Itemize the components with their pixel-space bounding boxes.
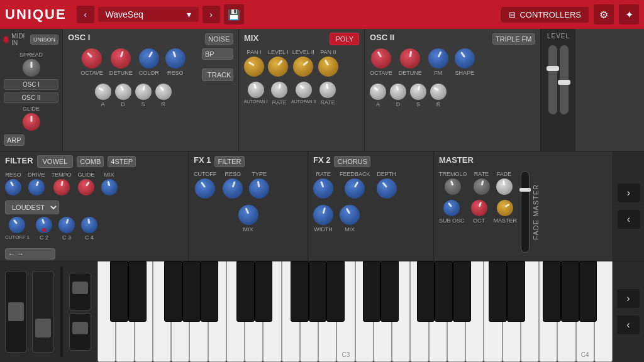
osc2-shape-knob[interactable]: [455, 48, 475, 69]
filter-reso-knob[interactable]: [5, 179, 21, 195]
poly-button1[interactable]: POLY: [330, 33, 359, 45]
osc2-fm-knob[interactable]: [428, 48, 448, 69]
osc1-d-knob[interactable]: [115, 84, 131, 100]
glide-knob[interactable]: [23, 113, 40, 131]
black-key-18[interactable]: [543, 261, 561, 322]
osc2-select-button[interactable]: OSC II: [4, 92, 58, 103]
master-rate-knob[interactable]: [474, 178, 490, 195]
extra-wheel-2[interactable]: [69, 313, 91, 351]
master-fade-knob[interactable]: [496, 178, 513, 195]
preset-dropdown[interactable]: WaveSeq ▾: [98, 7, 199, 22]
fx2-width-knob[interactable]: [313, 205, 333, 225]
c4-knob[interactable]: [81, 217, 97, 233]
osc1-detune-knob[interactable]: [111, 48, 131, 69]
side-arrow-up-button[interactable]: ›: [618, 184, 640, 202]
master-subosc-knob[interactable]: [443, 200, 460, 216]
fade-master-slider[interactable]: [521, 171, 530, 253]
white-key-28[interactable]: [594, 261, 613, 362]
nav-prev-button[interactable]: ‹: [77, 6, 94, 23]
fx1-mode-select[interactable]: FILTER: [214, 156, 245, 167]
black-key-6[interactable]: [236, 261, 255, 322]
black-key-9[interactable]: [309, 261, 327, 322]
vowel-button[interactable]: VOWEL: [37, 155, 74, 168]
osc2-r-knob[interactable]: [430, 84, 447, 100]
black-key-14[interactable]: [435, 261, 453, 322]
osc2-mode-select[interactable]: TRIPLE FM: [492, 33, 535, 45]
black-key-15[interactable]: [453, 261, 471, 322]
osc2-d-knob[interactable]: [390, 84, 406, 100]
unison-button[interactable]: UNISON: [30, 35, 58, 45]
osc1-filter-select[interactable]: BP: [202, 48, 233, 60]
track-button[interactable]: TRACK: [202, 69, 233, 81]
black-key-20[interactable]: [579, 261, 597, 322]
filter-tempo-knob[interactable]: [53, 179, 70, 195]
keyboard-arrow-down-button[interactable]: ‹: [617, 315, 640, 334]
pitch-wheel[interactable]: [5, 271, 27, 353]
mod-wheel[interactable]: [32, 271, 54, 353]
black-key-11[interactable]: [363, 261, 381, 322]
black-key-17[interactable]: [507, 261, 525, 322]
filter-drive-knob[interactable]: [28, 179, 45, 195]
black-key-3[interactable]: [164, 261, 182, 322]
nav-next-button[interactable]: ›: [203, 6, 220, 23]
comb-select[interactable]: COMB: [77, 156, 104, 167]
black-key-19[interactable]: [561, 261, 579, 322]
black-key-2[interactable]: [128, 261, 147, 322]
c3-knob[interactable]: [58, 217, 75, 233]
extra-wheel-1[interactable]: [69, 273, 91, 310]
black-key-13[interactable]: [417, 261, 435, 322]
fx1-mix-knob[interactable]: [238, 205, 258, 225]
fx2-rate-knob[interactable]: [313, 178, 333, 199]
mix-pan2-knob[interactable]: [318, 57, 338, 77]
compass-button[interactable]: ✦: [619, 4, 639, 25]
arp-select[interactable]: ARP: [4, 134, 25, 146]
controllers-button[interactable]: ⊟ CONTROLLERS: [501, 7, 589, 23]
mix-autopan2-knob[interactable]: [296, 82, 312, 98]
mix-level1-knob[interactable]: [268, 57, 288, 77]
fx1-type-knob[interactable]: [249, 178, 269, 199]
mix-pan1-knob[interactable]: [244, 57, 264, 77]
osc1-color-knob[interactable]: [139, 48, 159, 69]
master-master-knob[interactable]: [497, 200, 513, 216]
filter-glide-knob[interactable]: [78, 179, 94, 195]
black-key-8[interactable]: [291, 261, 309, 322]
black-key-4[interactable]: [182, 261, 201, 322]
osc2-a-knob[interactable]: [370, 84, 386, 100]
osc1-reso-knob[interactable]: [165, 48, 186, 69]
keyboard-arrow-up-button[interactable]: ›: [617, 289, 640, 308]
fx2-feedback-knob[interactable]: [345, 178, 365, 199]
step-select[interactable]: 4STEP: [108, 156, 136, 167]
mix-autopan1-knob[interactable]: [248, 82, 264, 98]
master-oct-knob[interactable]: [471, 200, 487, 216]
osc2-octave-knob[interactable]: [371, 48, 391, 69]
osc1-r-knob[interactable]: [155, 84, 172, 100]
level-slider-1[interactable]: [548, 45, 557, 114]
mix-rate1-knob[interactable]: [271, 82, 287, 98]
fx2-mode-select[interactable]: CHORUS: [334, 156, 370, 167]
osc2-s-knob[interactable]: [410, 84, 426, 100]
black-key-7[interactable]: [255, 261, 273, 322]
mix-rate2-knob[interactable]: [319, 82, 336, 98]
level-slider-2[interactable]: [560, 45, 569, 114]
save-button[interactable]: 💾: [224, 4, 244, 25]
osc1-octave-knob[interactable]: [82, 48, 102, 69]
master-tremolo-knob[interactable]: [445, 178, 461, 195]
osc1-a-knob[interactable]: [95, 84, 111, 100]
spread-knob[interactable]: [23, 59, 40, 77]
fx2-depth-knob[interactable]: [377, 178, 397, 199]
cutoff1-knob[interactable]: [9, 217, 25, 233]
fx1-cutoff-knob[interactable]: [195, 178, 215, 199]
c2-knob[interactable]: [36, 217, 52, 233]
black-key-1[interactable]: [110, 261, 128, 322]
fx1-reso-knob[interactable]: [223, 178, 243, 199]
black-key-12[interactable]: [380, 261, 399, 322]
loudest-select[interactable]: LOUDEST: [5, 200, 59, 214]
mix-level2-knob[interactable]: [293, 57, 313, 77]
settings-button[interactable]: ⚙: [594, 4, 614, 25]
black-key-10[interactable]: [326, 261, 345, 322]
osc2-detune-knob[interactable]: [400, 48, 420, 69]
osc1-mode-select[interactable]: NOISE: [205, 33, 233, 45]
black-key-5[interactable]: [201, 261, 219, 322]
osc1-select-button[interactable]: OSC I: [4, 79, 58, 90]
filter-mix-knob[interactable]: [101, 179, 118, 195]
